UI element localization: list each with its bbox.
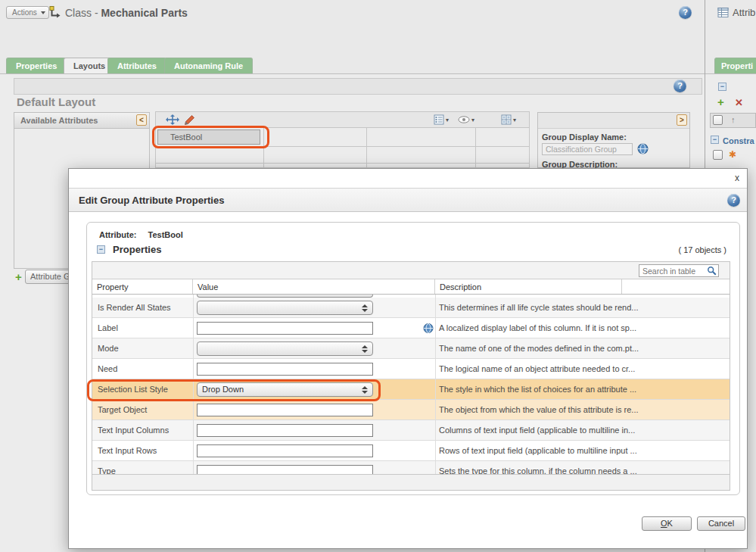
application-window: Actions Class - Mechanical Parts ? Prope… bbox=[0, 0, 756, 552]
dialog-close-icon[interactable]: x bbox=[735, 173, 739, 183]
constraint-row-checkbox[interactable] bbox=[713, 150, 723, 160]
column-header-value[interactable]: Value bbox=[193, 279, 435, 294]
add-row-icon[interactable]: + bbox=[717, 97, 724, 108]
group-panel-header: > bbox=[538, 113, 689, 129]
mode-select[interactable] bbox=[197, 341, 373, 356]
column-header-property[interactable]: Property bbox=[92, 279, 193, 294]
collapse-constraints-icon[interactable]: − bbox=[711, 136, 719, 144]
dialog-title: Edit Group Attribute Properties bbox=[79, 195, 224, 206]
add-attribute-group-icon[interactable]: + bbox=[15, 272, 22, 282]
right-panel-tab-properties[interactable]: Properti bbox=[714, 58, 756, 73]
visibility-dropdown-arrow[interactable]: ▾ bbox=[471, 117, 474, 123]
page-title: Class - Mechanical Parts bbox=[65, 7, 188, 19]
property-description: The name of one of the modes defined in … bbox=[439, 344, 639, 353]
property-description: This determines if all life cycle states… bbox=[439, 303, 639, 312]
table-footer bbox=[92, 474, 730, 490]
expand-panel-button[interactable]: > bbox=[677, 114, 687, 126]
list-view-dropdown-arrow[interactable]: ▾ bbox=[446, 117, 449, 123]
cancel-button[interactable]: Cancel bbox=[697, 516, 745, 531]
right-panel-title: Attrib bbox=[733, 7, 755, 18]
dialog-help-icon[interactable]: ? bbox=[727, 194, 740, 207]
property-name: Mode bbox=[98, 344, 119, 353]
attribute-value: TestBool bbox=[148, 230, 183, 239]
grid-view-dropdown-arrow[interactable]: ▾ bbox=[513, 117, 516, 123]
toolbar-help-icon[interactable]: ? bbox=[674, 80, 686, 92]
edit-group-attribute-properties-dialog: x Edit Group Attribute Properties ? Attr… bbox=[68, 168, 748, 549]
layout-grid-cell-testbool[interactable]: TestBool bbox=[157, 129, 260, 145]
sort-ascending-icon[interactable]: ↑ bbox=[731, 115, 736, 124]
property-description: A localized display label of this column… bbox=[439, 323, 636, 332]
property-description: The style in which the list of choices f… bbox=[439, 385, 636, 394]
table-toolbar bbox=[92, 262, 730, 279]
table-header-row: Property Value Description bbox=[92, 279, 730, 295]
column-header-empty bbox=[622, 279, 730, 294]
localization-globe-icon[interactable] bbox=[637, 143, 649, 154]
label-input[interactable] bbox=[197, 322, 373, 335]
visibility-dropdown-icon[interactable] bbox=[458, 116, 470, 123]
attribute-label: Attribute: bbox=[99, 230, 137, 239]
property-description: Rows of text input field (applicable to … bbox=[439, 446, 637, 455]
move-attribute-icon[interactable] bbox=[166, 114, 179, 125]
tab-properties[interactable]: Properties bbox=[6, 58, 67, 73]
group-display-name-label: Group Display Name: bbox=[542, 133, 627, 142]
table-row-need: Need The logical name of an object attri… bbox=[92, 359, 730, 379]
table-row-selection-list-style: Selection List Style Drop Down The style… bbox=[92, 379, 730, 400]
page-title-object: Mechanical Parts bbox=[101, 7, 187, 19]
property-description: The object from which the value of this … bbox=[439, 405, 639, 414]
property-name: Selection List Style bbox=[98, 385, 168, 394]
need-input[interactable] bbox=[197, 363, 373, 376]
search-icon[interactable] bbox=[707, 266, 717, 276]
table-body: Is Render All States This determines if … bbox=[92, 295, 730, 476]
selection-list-style-select[interactable]: Drop Down bbox=[197, 382, 373, 397]
property-name: Text Input Columns bbox=[98, 426, 169, 435]
delete-row-icon[interactable]: ✕ bbox=[735, 97, 743, 108]
dialog-attribute-line: Attribute: TestBool bbox=[99, 230, 183, 239]
tab-autonaming-rule[interactable]: Autonaming Rule bbox=[164, 58, 253, 73]
attributes-panel-icon bbox=[717, 7, 729, 18]
list-view-dropdown-icon[interactable] bbox=[434, 114, 444, 125]
table-row-is-render-all-states: Is Render All States This determines if … bbox=[92, 298, 730, 318]
property-description: Columns of text input field (applicable … bbox=[439, 426, 635, 435]
property-name: Need bbox=[98, 364, 117, 373]
table-row-mode: Mode The name of one of the modes define… bbox=[92, 338, 730, 359]
ok-button[interactable]: OK bbox=[642, 516, 692, 531]
select-stepper-icon bbox=[362, 304, 368, 312]
tab-attributes[interactable]: Attributes bbox=[107, 58, 166, 73]
collapse-properties-icon[interactable]: − bbox=[97, 245, 105, 254]
group-display-name-input[interactable] bbox=[542, 143, 633, 155]
is-render-all-states-select[interactable] bbox=[197, 301, 373, 315]
table-row-label: Label A localized display label of this … bbox=[92, 318, 730, 338]
property-name: Text Input Rows bbox=[98, 446, 157, 455]
dialog-header: Edit Group Attribute Properties ? bbox=[69, 188, 747, 212]
class-icon bbox=[48, 5, 61, 18]
properties-table: Property Value Description Is Render All… bbox=[92, 261, 730, 491]
collapse-section-icon[interactable]: − bbox=[718, 83, 726, 91]
table-row-text-input-columns: Text Input Columns Columns of text input… bbox=[92, 420, 730, 441]
property-name: Label bbox=[98, 323, 118, 332]
target-object-input[interactable] bbox=[197, 404, 373, 416]
properties-section-title: Properties bbox=[113, 244, 161, 255]
select-all-checkbox[interactable] bbox=[713, 115, 723, 125]
select-stepper-icon bbox=[362, 386, 368, 394]
constraint-gear-icon: ✱ bbox=[729, 149, 736, 160]
available-attributes-header: Available Attributes < bbox=[14, 113, 149, 129]
table-row-text-input-rows: Text Input Rows Rows of text input field… bbox=[92, 441, 730, 461]
constraints-section-label: Constra bbox=[723, 136, 754, 145]
localization-icon[interactable] bbox=[423, 323, 434, 334]
edit-attribute-icon[interactable] bbox=[185, 114, 195, 125]
table-row-target-object: Target Object The object from which the … bbox=[92, 400, 730, 420]
property-name: Is Render All States bbox=[98, 303, 171, 312]
property-description: The logical name of an object attribute … bbox=[439, 364, 635, 373]
text-input-columns-input[interactable] bbox=[197, 424, 373, 437]
page-title-prefix: Class - bbox=[65, 7, 98, 19]
collapse-panel-button[interactable]: < bbox=[136, 114, 147, 126]
column-header-description[interactable]: Description bbox=[435, 279, 622, 294]
objects-count: ( 17 objects ) bbox=[678, 245, 726, 254]
grid-view-dropdown-icon[interactable] bbox=[501, 114, 512, 125]
available-attributes-label: Available Attributes bbox=[20, 116, 98, 125]
layouts-toolbar bbox=[14, 78, 702, 95]
page-help-icon[interactable]: ? bbox=[679, 6, 692, 19]
property-name: Target Object bbox=[98, 405, 147, 414]
actions-dropdown-button[interactable]: Actions bbox=[6, 6, 49, 19]
text-input-rows-input[interactable] bbox=[197, 444, 373, 457]
